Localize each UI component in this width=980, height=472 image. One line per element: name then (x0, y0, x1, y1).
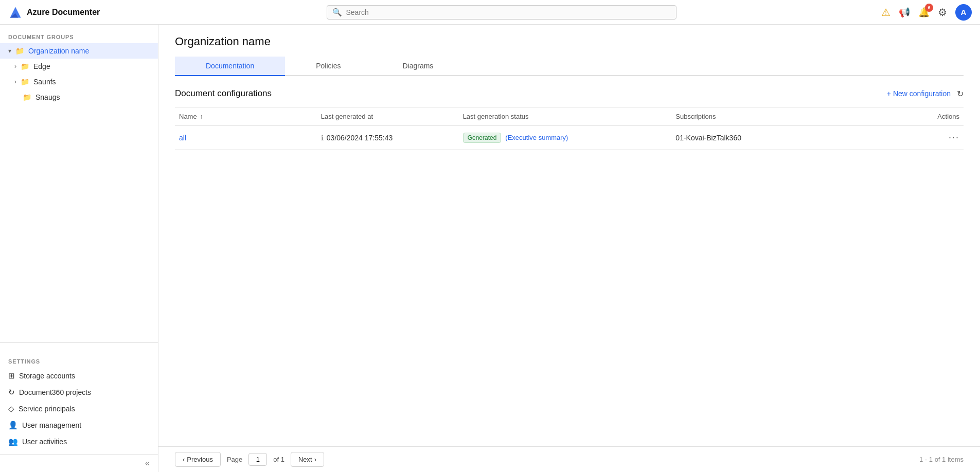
chevron-down-icon: ▾ (8, 47, 11, 55)
main-content: Organization name Documentation Policies… (158, 25, 980, 472)
tabs: Documentation Policies Diagrams (175, 57, 964, 76)
topnav: Azure Documenter 🔍 ⚠ 📢 🔔 6 ⚙ A (0, 0, 980, 25)
col-header-generated: Last generated at (321, 113, 463, 120)
user-activities-icon: 👥 (8, 437, 18, 446)
sidebar-item-label: Document360 projects (19, 388, 91, 396)
row-subscriptions: 01-Kovai-BizTalk360 (675, 134, 888, 142)
search-input[interactable] (346, 8, 671, 16)
collapse-icon: « (145, 459, 150, 468)
doc360-icon: ↻ (8, 388, 15, 397)
info-icon: ℹ (321, 134, 324, 142)
notifications-icon[interactable]: 🔔 6 (918, 7, 930, 18)
table-header: Name ↑ Last generated at Last generation… (175, 107, 964, 126)
executive-summary-link[interactable]: (Executive summary) (505, 134, 568, 141)
page-title: Organization name (175, 35, 964, 48)
row-status: Generated (Executive summary) (463, 133, 676, 143)
refresh-button[interactable]: ↻ (957, 89, 964, 99)
folder-icon: 📁 (23, 93, 31, 101)
chevron-left-icon: ‹ (183, 456, 185, 463)
settings-items: ⊞ Storage accounts ↻ Document360 project… (0, 368, 158, 454)
folder-icon: 📁 (15, 47, 24, 55)
sidebar-collapse-button[interactable]: « (0, 454, 158, 472)
sidebar-item-label: Saunfs (33, 78, 56, 86)
table-row: all ℹ 03/06/2024 17:55:43 Generated (Exe… (175, 126, 964, 150)
inner-content: Document configurations + New configurat… (158, 76, 980, 446)
row-generated-at: ℹ 03/06/2024 17:55:43 (321, 134, 463, 142)
settings-icon[interactable]: ⚙ (938, 6, 947, 19)
search-box[interactable]: 🔍 (327, 5, 676, 20)
sidebar-item-doc360[interactable]: ↻ Document360 projects (0, 384, 158, 401)
sidebar-item-label: User management (22, 421, 81, 429)
sidebar-item-organization[interactable]: ▾ 📁 Organization name (0, 43, 158, 59)
content-header: Organization name Documentation Policies… (158, 25, 980, 76)
col-header-name: Name ↑ (175, 113, 321, 120)
warning-icon[interactable]: ⚠ (881, 6, 890, 19)
sidebar-item-label: Edge (33, 62, 50, 70)
tab-diagrams[interactable]: Diagrams (371, 57, 464, 76)
next-button[interactable]: Next › (291, 452, 324, 467)
col-header-subscriptions: Subscriptions (675, 113, 888, 120)
previous-button[interactable]: ‹ Previous (175, 452, 221, 467)
chevron-right-icon: › (14, 63, 16, 70)
col-header-actions: Actions (888, 113, 964, 120)
user-avatar[interactable]: A (955, 4, 972, 21)
chevron-right-icon: › (14, 78, 16, 85)
new-configuration-button[interactable]: + New configuration (887, 89, 951, 98)
topnav-actions: ⚠ 📢 🔔 6 ⚙ A (881, 4, 972, 21)
sidebar-item-label: Organization name (28, 47, 89, 55)
page-of-label: of 1 (273, 456, 284, 463)
sidebar-item-snaugs[interactable]: 📁 Snaugs (0, 89, 158, 105)
sidebar-item-label: Service principals (19, 405, 75, 413)
sidebar-item-label: Snaugs (35, 93, 60, 101)
row-name[interactable]: all (175, 134, 321, 142)
sidebar-item-user-management[interactable]: 👤 User management (0, 417, 158, 433)
section-title: Document configurations (175, 88, 272, 99)
logo-icon (8, 5, 23, 20)
status-badge: Generated (463, 133, 502, 143)
announcements-icon[interactable]: 📢 (899, 7, 910, 18)
app-name: Azure Documenter (27, 8, 100, 17)
pagination-count: 1 - 1 of 1 items (919, 456, 964, 463)
sidebar-item-saunfs[interactable]: › 📁 Saunfs (0, 74, 158, 89)
settings-label: Settings (0, 349, 158, 368)
tab-policies[interactable]: Policies (285, 57, 371, 76)
tab-documentation[interactable]: Documentation (175, 57, 285, 76)
page-label: Page (227, 456, 242, 463)
service-icon: ◇ (8, 404, 14, 413)
col-header-status: Last generation status (463, 113, 676, 120)
app-logo[interactable]: Azure Documenter (8, 5, 121, 20)
notification-badge: 6 (925, 4, 933, 12)
sidebar-item-edge[interactable]: › 📁 Edge (0, 59, 158, 74)
sidebar-divider (0, 342, 158, 343)
sidebar-item-label: Storage accounts (19, 372, 75, 380)
sidebar-item-service-principals[interactable]: ◇ Service principals (0, 401, 158, 417)
chevron-right-icon: › (314, 456, 316, 463)
folder-icon: 📁 (21, 78, 29, 86)
search-icon: 🔍 (332, 8, 342, 17)
sidebar-item-storage[interactable]: ⊞ Storage accounts (0, 368, 158, 384)
section-actions: + New configuration ↻ (887, 89, 964, 99)
page-input[interactable] (248, 453, 267, 466)
main-layout: Document Groups ▾ 📁 Organization name › … (0, 25, 980, 472)
folder-icon: 📁 (21, 62, 29, 70)
document-groups-label: Document Groups (0, 25, 158, 43)
section-header: Document configurations + New configurat… (175, 88, 964, 99)
configurations-table: Name ↑ Last generated at Last generation… (175, 107, 964, 150)
pagination-bar: ‹ Previous Page of 1 Next › 1 - 1 of 1 i… (158, 446, 980, 472)
row-actions-button[interactable]: ··· (888, 132, 964, 143)
sort-arrow-icon: ↑ (200, 113, 203, 120)
storage-icon: ⊞ (8, 371, 15, 380)
user-mgmt-icon: 👤 (8, 421, 18, 430)
sidebar-item-user-activities[interactable]: 👥 User activities (0, 433, 158, 450)
sidebar: Document Groups ▾ 📁 Organization name › … (0, 25, 158, 472)
sidebar-item-label: User activities (22, 438, 67, 446)
